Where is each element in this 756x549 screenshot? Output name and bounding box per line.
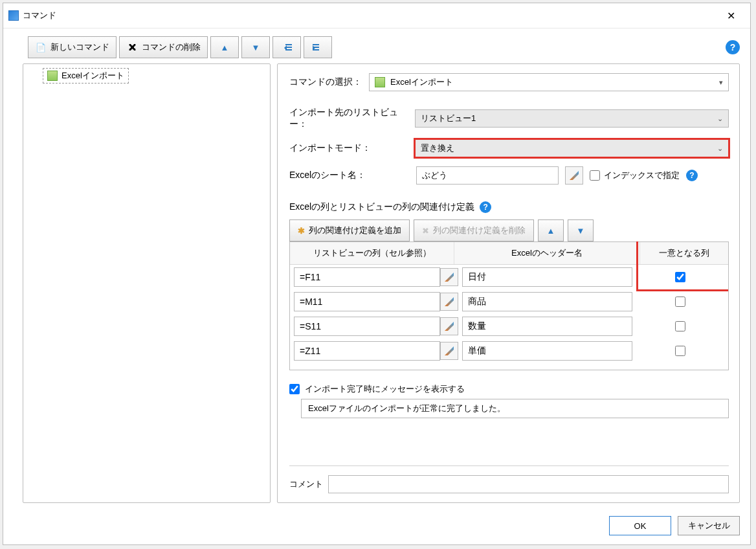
listview-dropdown[interactable]: リストビュー1 ⌄	[415, 109, 729, 128]
assoc-col2-header: Excelのヘッダー名	[454, 242, 640, 264]
completion-message-input[interactable]: Excelファイルのインポートが正常に完了しました。	[301, 399, 729, 418]
assoc-move-down-button[interactable]: ▼	[568, 219, 594, 241]
triangle-down-icon: ▼	[577, 226, 585, 236]
table-row	[290, 339, 728, 370]
divider	[289, 465, 729, 466]
formula-icon	[445, 297, 454, 306]
unique-checkbox[interactable]	[675, 272, 685, 282]
command-tree-panel: Excelインポート	[23, 63, 271, 503]
cancel-button[interactable]: キャンセル	[678, 516, 740, 535]
sheet-formula-button[interactable]	[565, 166, 583, 185]
comment-input[interactable]	[328, 475, 729, 493]
formula-icon	[570, 171, 579, 180]
formula-icon	[445, 273, 454, 282]
triangle-up-icon: ▲	[547, 226, 555, 236]
titlebar: コマンド ✕	[3, 3, 750, 28]
chevron-down-icon: ▾	[719, 78, 723, 87]
help-button[interactable]: ?	[726, 40, 740, 54]
command-properties-panel: コマンドの選択： Excelインポート ▾ インポート先のリストビュー： リスト…	[277, 63, 740, 503]
show-message-row: インポート完了時にメッセージを表示する	[289, 383, 729, 395]
delete-command-label: コマンドの削除	[142, 41, 201, 53]
unique-checkbox[interactable]	[675, 297, 685, 307]
comment-label: コメント	[289, 478, 323, 490]
new-command-button[interactable]: 📄 新しいコマンド	[28, 36, 117, 58]
index-label: インデックスで指定	[604, 170, 680, 181]
close-button[interactable]: ✕	[718, 7, 744, 24]
excel-icon	[47, 71, 58, 81]
import-mode-dropdown[interactable]: 置き換え ⌄	[415, 139, 729, 157]
ref-input[interactable]	[294, 267, 440, 287]
move-up-button[interactable]: ▲	[210, 36, 239, 58]
ref-input[interactable]	[294, 341, 440, 361]
show-message-checkbox[interactable]	[289, 384, 300, 394]
listview-value: リストビュー1	[421, 113, 476, 124]
ref-input[interactable]	[294, 292, 440, 311]
main-toolbar: 📄 新しいコマンド 🗙 コマンドの削除 ▲ ▼ ?	[3, 28, 750, 63]
indent-button[interactable]	[304, 36, 332, 58]
listview-label: インポート先のリストビュー：	[289, 107, 410, 130]
help-icon: ?	[484, 203, 488, 212]
table-row	[290, 314, 728, 339]
outdent-icon	[282, 43, 292, 52]
ref-formula-button[interactable]	[440, 317, 458, 335]
assoc-col3-header: 一意となる列	[640, 242, 728, 264]
delete-command-icon: 🗙	[126, 41, 138, 53]
help-icon: ?	[689, 171, 694, 180]
ref-formula-button[interactable]	[440, 268, 458, 286]
header-input[interactable]	[462, 317, 632, 336]
formula-icon	[445, 346, 454, 355]
show-message-label: インポート完了時にメッセージを表示する	[305, 383, 465, 395]
new-command-icon: 📄	[35, 41, 47, 53]
assoc-col3-label: 一意となる列	[659, 248, 709, 258]
table-row	[290, 289, 728, 314]
command-select-label: コマンドの選択：	[289, 76, 364, 88]
delete-command-button[interactable]: 🗙 コマンドの削除	[119, 36, 208, 58]
help-icon: ?	[730, 42, 736, 52]
assoc-col1-header: リストビューの列（セル参照）	[290, 242, 454, 264]
command-select-value: Excelインポート	[390, 76, 453, 88]
header-input[interactable]	[462, 341, 632, 361]
unique-checkbox[interactable]	[675, 346, 685, 356]
unique-checkbox[interactable]	[675, 321, 685, 331]
app-icon	[8, 10, 19, 21]
delete-assoc-label: 列の関連付け定義を削除	[433, 225, 526, 236]
header-input[interactable]	[462, 267, 632, 287]
add-assoc-button[interactable]: ✱ 列の関連付け定義を追加	[289, 219, 410, 241]
triangle-up-icon: ▲	[221, 43, 229, 52]
dialog-footer: OK キャンセル	[3, 510, 750, 544]
table-row	[290, 265, 728, 289]
tree-item-label: Excelインポート	[61, 70, 124, 82]
plus-icon: ✱	[298, 226, 305, 236]
assoc-title: Excelの列とリストビューの列の関連付け定義	[289, 201, 474, 213]
chevron-down-icon: ⌄	[717, 144, 723, 153]
command-dialog: コマンド ✕ 📄 新しいコマンド 🗙 コマンドの削除 ▲ ▼ ? Excelイン…	[3, 3, 751, 545]
move-down-button[interactable]: ▼	[241, 36, 270, 58]
assoc-table: リストビューの列（セル参照） Excelのヘッダー名 一意となる列	[289, 241, 729, 370]
sheet-help-button[interactable]: ?	[686, 170, 698, 181]
outdent-button[interactable]	[272, 36, 301, 58]
ref-formula-button[interactable]	[440, 293, 458, 311]
tree-item-excel-import[interactable]: Excelインポート	[43, 68, 129, 84]
import-mode-value: 置き換え	[421, 142, 454, 154]
completion-message-text: Excelファイルのインポートが正常に完了しました。	[308, 403, 506, 414]
sheet-name-input[interactable]	[416, 166, 559, 185]
window-title: コマンド	[23, 10, 56, 21]
index-checkbox[interactable]	[590, 170, 600, 181]
new-command-label: 新しいコマンド	[50, 41, 109, 53]
close-icon: ✕	[727, 10, 735, 22]
delete-icon: ✖	[422, 226, 429, 236]
excel-icon	[375, 77, 385, 87]
add-assoc-label: 列の関連付け定義を追加	[309, 225, 401, 236]
delete-assoc-button[interactable]: ✖ 列の関連付け定義を削除	[414, 219, 534, 241]
formula-icon	[445, 322, 454, 331]
ref-input[interactable]	[294, 317, 440, 336]
sheet-name-label: Excelのシート名：	[289, 170, 410, 181]
import-mode-label: インポートモード：	[289, 142, 410, 154]
command-select-dropdown[interactable]: Excelインポート ▾	[369, 73, 729, 91]
header-input[interactable]	[462, 292, 632, 311]
assoc-help-button[interactable]: ?	[480, 201, 491, 213]
ref-formula-button[interactable]	[440, 342, 458, 360]
ok-button[interactable]: OK	[609, 516, 671, 535]
triangle-down-icon: ▼	[252, 43, 260, 52]
assoc-move-up-button[interactable]: ▲	[538, 219, 564, 241]
